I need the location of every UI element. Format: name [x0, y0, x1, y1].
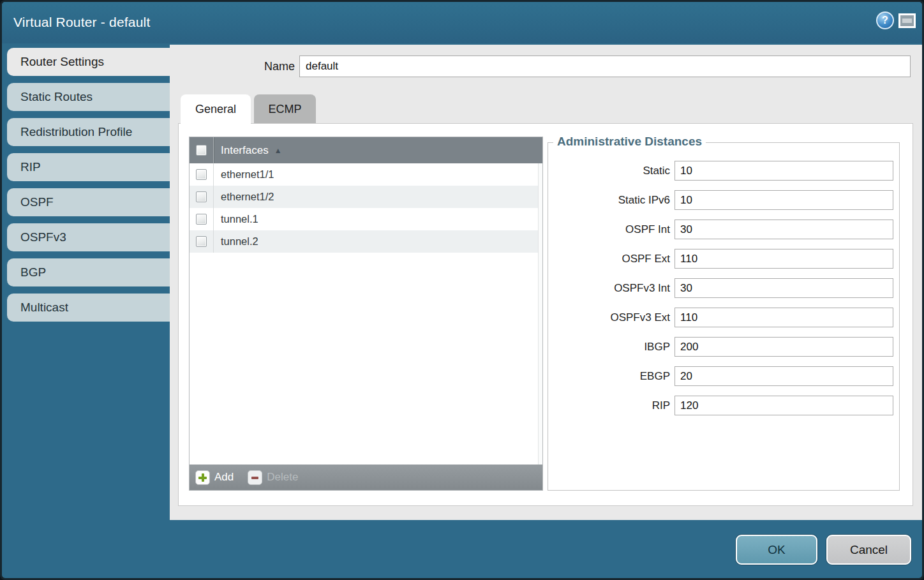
ebgp-label: EBGP [548, 366, 670, 386]
field-row-static: Static [548, 161, 899, 181]
tab-ecmp[interactable]: ECMP [254, 94, 316, 123]
ibgp-label: IBGP [548, 337, 670, 357]
rip-input[interactable] [674, 396, 893, 415]
table-row-ethernet1-2[interactable]: ethernet1/2 [190, 186, 542, 208]
row-checkbox-cell [190, 186, 214, 208]
row-checkbox[interactable] [196, 236, 207, 247]
row-checkbox[interactable] [196, 169, 207, 180]
field-row-ospfv3-ext: OSPFv3 Ext [548, 308, 899, 327]
name-field-label: Name [170, 56, 295, 77]
static-ipv6-input[interactable] [674, 190, 893, 210]
ok-button[interactable]: OK [736, 535, 817, 565]
row-checkbox-cell [190, 230, 214, 253]
field-row-static-ipv6: Static IPv6 [548, 190, 899, 210]
field-row-ospf-int: OSPF Int [548, 219, 899, 239]
sort-ascending-icon: ▲ [274, 146, 282, 155]
sidebar-item-rip[interactable]: RIP [7, 153, 170, 181]
ibgp-input[interactable] [674, 337, 893, 357]
select-all-checkbox[interactable] [196, 145, 207, 156]
ospfv3-int-label: OSPFv3 Int [548, 278, 670, 298]
interfaces-table: Interfaces ▲ ethernet1/1 etherne [189, 137, 543, 491]
window-restore-icon[interactable] [898, 13, 916, 28]
help-icon[interactable]: ? [876, 11, 894, 29]
rip-label: RIP [548, 396, 670, 415]
virtual-router-dialog: Virtual Router - default ? Router Settin… [0, 0, 924, 580]
table-toolbar: Add Delete [190, 465, 542, 490]
ospf-ext-label: OSPF Ext [548, 249, 670, 269]
field-row-ibgp: IBGP [548, 337, 899, 357]
field-row-ospfv3-int: OSPFv3 Int [548, 278, 899, 298]
table-scrollbar[interactable] [538, 163, 542, 465]
tab-general[interactable]: General [181, 94, 251, 125]
minus-icon [248, 470, 262, 485]
general-tab-panel: Interfaces ▲ ethernet1/1 etherne [178, 123, 913, 506]
window-restore-icon-inner [902, 19, 912, 23]
administrative-distances-group: Administrative Distances Static Static I… [548, 142, 900, 491]
administrative-distances-fields: Static Static IPv6 OSPF Int OSPF Ext [548, 161, 899, 425]
plus-icon [195, 470, 210, 485]
add-button-label: Add [214, 471, 234, 484]
sidebar-item-redistribution-profile[interactable]: Redistribution Profile [7, 118, 170, 146]
row-checkbox[interactable] [196, 191, 207, 202]
interface-name: ethernet1/2 [214, 191, 274, 203]
ospf-int-label: OSPF Int [548, 219, 670, 239]
sidebar-item-multicast[interactable]: Multicast [7, 294, 170, 322]
row-checkbox-cell [190, 208, 214, 230]
delete-button-label: Delete [267, 471, 298, 484]
title-bar: Virtual Router - default ? [2, 2, 922, 43]
table-row-tunnel-1[interactable]: tunnel.1 [190, 208, 542, 230]
interface-name: ethernet1/1 [214, 168, 274, 181]
static-label: Static [548, 161, 670, 181]
add-button[interactable]: Add [195, 470, 234, 485]
row-checkbox[interactable] [196, 214, 207, 225]
static-input[interactable] [674, 161, 893, 181]
dialog-title: Virtual Router - default [13, 2, 151, 43]
sidebar-item-ospfv3[interactable]: OSPFv3 [7, 223, 170, 251]
ospfv3-ext-input[interactable] [674, 308, 893, 327]
table-row-ethernet1-1[interactable]: ethernet1/1 [190, 163, 542, 186]
sidebar-item-ospf[interactable]: OSPF [7, 188, 170, 216]
field-row-ebgp: EBGP [548, 366, 899, 386]
select-all-cell [190, 137, 214, 163]
ospfv3-ext-label: OSPFv3 Ext [548, 308, 670, 327]
content-area: Name General ECMP Interfaces ▲ [170, 45, 924, 520]
sidebar-item-static-routes[interactable]: Static Routes [7, 83, 170, 111]
table-row-tunnel-2[interactable]: tunnel.2 [190, 230, 542, 253]
row-checkbox-cell [190, 163, 214, 186]
field-row-rip: RIP [548, 396, 899, 415]
cancel-button[interactable]: Cancel [826, 535, 911, 565]
interfaces-column-header[interactable]: Interfaces ▲ [190, 137, 542, 163]
interface-name: tunnel.1 [214, 213, 258, 225]
ebgp-input[interactable] [674, 366, 893, 386]
delete-button[interactable]: Delete [248, 470, 298, 485]
name-input[interactable] [299, 56, 911, 77]
sidebar-item-bgp[interactable]: BGP [7, 258, 170, 286]
ospf-ext-input[interactable] [674, 249, 893, 269]
sidebar: Router Settings Static Routes Redistribu… [2, 45, 170, 578]
field-row-ospf-ext: OSPF Ext [548, 249, 899, 269]
static-ipv6-label: Static IPv6 [548, 190, 670, 210]
ospfv3-int-input[interactable] [674, 278, 893, 298]
ospf-int-input[interactable] [674, 219, 893, 239]
interfaces-column-label: Interfaces [214, 144, 269, 157]
interface-name: tunnel.2 [214, 235, 258, 248]
sidebar-item-router-settings[interactable]: Router Settings [7, 48, 170, 76]
interfaces-table-body: ethernet1/1 ethernet1/2 tunnel.1 [190, 163, 542, 465]
administrative-distances-legend: Administrative Distances [553, 135, 706, 149]
